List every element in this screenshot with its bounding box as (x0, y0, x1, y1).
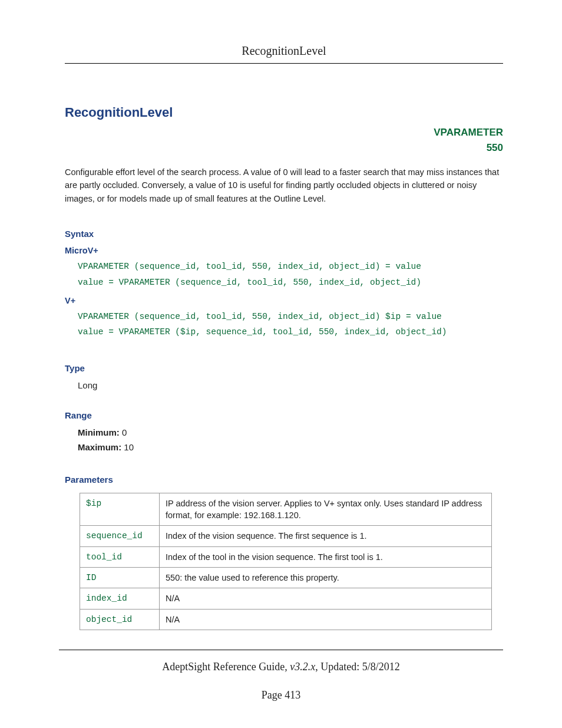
param-desc: N/A (160, 609, 492, 630)
syntax-heading: Syntax (65, 229, 503, 239)
param-desc: Index of the vision sequence. The first … (160, 526, 492, 546)
param-desc: Index of the tool in the vision sequence… (160, 546, 492, 567)
page-label: Page (262, 689, 282, 701)
type-value: Long (78, 380, 503, 390)
table-row: tool_id Index of the tool in the vision … (80, 546, 492, 567)
microv-code: VPARAMETER (sequence_id, tool_id, 550, i… (78, 259, 503, 289)
page-number: Page 413 (59, 689, 503, 701)
running-header: RecognitionLevel (65, 44, 503, 64)
footer-credits: AdeptSight Reference Guide, v3.2.x, Upda… (59, 661, 503, 673)
param-desc: IP address of the vision server. Applies… (160, 493, 492, 526)
range-min: Minimum: 0 (78, 427, 503, 437)
description-text: Configurable effort level of the search … (65, 166, 503, 205)
range-max: Maximum: 10 (78, 442, 503, 452)
type-heading: Type (65, 363, 503, 373)
footer-rule (59, 650, 503, 650)
range-max-value: 10 (124, 442, 134, 452)
footer-version: v3.2.x (290, 661, 315, 673)
param-desc: 550: the value used to reference this pr… (160, 567, 492, 588)
table-row: sequence_id Index of the vision sequence… (80, 526, 492, 546)
param-key: sequence_id (80, 526, 160, 546)
page-title: RecognitionLevel (65, 105, 503, 120)
table-row: $ip IP address of the vision server. App… (80, 493, 492, 526)
property-tag: VPARAMETER 550 (65, 125, 503, 155)
param-key: ID (80, 567, 160, 588)
range-heading: Range (65, 410, 503, 420)
range-max-label: Maximum: (78, 442, 121, 452)
range-min-label: Minimum: (78, 427, 120, 437)
range-min-value: 0 (122, 427, 127, 437)
parameters-heading: Parameters (65, 475, 503, 485)
table-row: object_id N/A (80, 609, 492, 630)
vplus-code: VPARAMETER (sequence_id, tool_id, 550, i… (78, 309, 503, 340)
param-key: object_id (80, 609, 160, 630)
tag-id: 550 (487, 142, 503, 153)
microv-label: MicroV+ (65, 246, 503, 255)
page-num-value: 413 (285, 689, 300, 701)
vplus-label: V+ (65, 296, 503, 305)
param-key: $ip (80, 493, 160, 526)
footer-updated-label: Updated: (320, 661, 359, 673)
footer-guide: AdeptSight Reference Guide (162, 661, 285, 673)
tag-name: VPARAMETER (434, 127, 503, 138)
table-row: index_id N/A (80, 588, 492, 609)
table-row: ID 550: the value used to reference this… (80, 567, 492, 588)
parameters-table: $ip IP address of the vision server. App… (80, 493, 492, 630)
param-key: index_id (80, 588, 160, 609)
param-desc: N/A (160, 588, 492, 609)
footer-updated: 5/8/2012 (362, 661, 400, 673)
page-footer: AdeptSight Reference Guide, v3.2.x, Upda… (59, 650, 503, 701)
param-key: tool_id (80, 546, 160, 567)
